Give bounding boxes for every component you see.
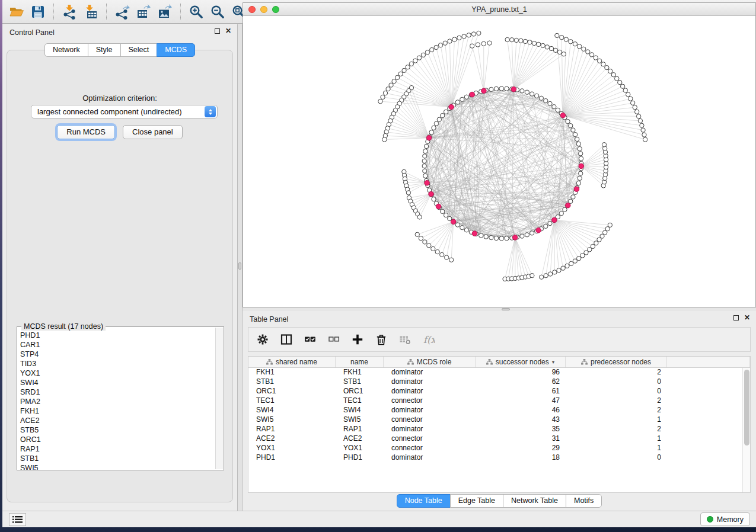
table-cell: SWI4: [336, 406, 384, 415]
table-row[interactable]: SWI5SWI5connector431: [248, 415, 750, 425]
table-panel: Table Panel ✕ f(x) shared namenameMCDS r…: [243, 311, 756, 511]
column-header-name[interactable]: name: [336, 357, 384, 367]
table-row[interactable]: TEC1TEC1connector472: [248, 396, 750, 406]
float-panel-icon[interactable]: [215, 28, 220, 34]
tab-edge-table[interactable]: Edge Table: [450, 494, 503, 508]
delete-table-button[interactable]: [398, 332, 412, 347]
select-all-button[interactable]: [303, 332, 317, 347]
close-panel-button[interactable]: Close panel: [123, 125, 183, 139]
mcds-result-item[interactable]: PMA2: [20, 397, 215, 406]
table-row[interactable]: YOX1YOX1connector291: [248, 444, 750, 453]
mcds-result-item[interactable]: FKH1: [20, 406, 215, 416]
save-button[interactable]: [27, 2, 49, 22]
table-row[interactable]: ORC1ORC1dominator610: [248, 387, 750, 396]
mcds-result-list: PHD1CAR1STP4TID3YOX1SWI4SRD1PMA2FKH1ACE2…: [17, 328, 215, 470]
column-header-MCDS-role[interactable]: MCDS role: [384, 357, 476, 367]
unselect-all-button[interactable]: [327, 332, 341, 347]
import-network-icon: [62, 4, 77, 20]
memory-label: Memory: [717, 515, 744, 524]
horizontal-splitter-grip[interactable]: [502, 308, 510, 310]
table-cell: SWI5: [248, 415, 336, 425]
mcds-result-item[interactable]: ORC1: [20, 435, 215, 444]
control-panel-header: Control Panel ✕: [2, 24, 237, 40]
columns-button[interactable]: [279, 332, 294, 347]
mcds-result-item[interactable]: ACE2: [20, 416, 215, 425]
tab-node-table[interactable]: Node Table: [397, 494, 451, 508]
optimization-criterion-label: Optimization criterion:: [7, 94, 232, 102]
table-row[interactable]: FKH1FKH1dominator962: [248, 368, 750, 377]
mcds-result-item[interactable]: YOX1: [20, 368, 215, 378]
table-row[interactable]: RAP1RAP1dominator352: [248, 425, 750, 434]
tab-select[interactable]: Select: [120, 43, 158, 57]
open-folder-button[interactable]: [6, 2, 27, 22]
float-table-panel-icon[interactable]: [733, 315, 739, 321]
tab-network-table[interactable]: Network Table: [503, 494, 566, 508]
optimization-criterion-select[interactable]: largest connected component (undirected): [31, 105, 218, 118]
table-cell: YOX1: [336, 444, 384, 453]
scrollbar-thumb[interactable]: [744, 370, 749, 446]
mcds-result-item[interactable]: PHD1: [20, 331, 215, 340]
table-cell: TEC1: [336, 396, 384, 406]
node-table-scrollbar[interactable]: [742, 368, 750, 492]
column-label: successor nodes: [496, 358, 549, 366]
mcds-result-item[interactable]: SWI5: [20, 463, 215, 470]
run-mcds-button[interactable]: Run MCDS: [57, 125, 115, 139]
add-button[interactable]: [350, 332, 365, 347]
column-header-shared-name[interactable]: shared name: [248, 357, 336, 367]
table-row[interactable]: PHD1PHD1dominator180: [248, 453, 750, 463]
sort-menu-icon[interactable]: ▾: [552, 359, 555, 365]
table-cell: PHD1: [248, 453, 336, 463]
table-cell: 2: [566, 425, 667, 434]
mcds-result-item[interactable]: SRD1: [20, 387, 215, 397]
mcds-result-item[interactable]: TID3: [20, 359, 215, 368]
tab-network[interactable]: Network: [44, 43, 88, 57]
close-panel-icon[interactable]: ✕: [225, 28, 231, 34]
column-label: shared name: [276, 358, 317, 366]
add-icon: [352, 334, 363, 345]
panel-menu-button[interactable]: [9, 513, 26, 526]
zoom-out-button[interactable]: [207, 2, 228, 22]
export-table-button[interactable]: [133, 2, 154, 22]
mcds-result-item[interactable]: CAR1: [20, 340, 215, 350]
mcds-result-scrollbar[interactable]: [215, 328, 223, 469]
vertical-splitter[interactable]: [237, 24, 243, 511]
table-panel-header: Table Panel ✕: [243, 311, 756, 326]
network-canvas[interactable]: [243, 16, 755, 307]
zoom-in-button[interactable]: [186, 2, 207, 22]
network-window-titlebar[interactable]: YPA_prune.txt_1: [243, 3, 755, 16]
column-header-successor-nodes[interactable]: successor nodes▾: [476, 357, 566, 367]
close-table-panel-icon[interactable]: ✕: [744, 315, 750, 321]
table-cell: 0: [566, 377, 667, 387]
delete-table-icon: [399, 334, 411, 345]
function-button[interactable]: f(x): [422, 332, 436, 347]
import-network-button[interactable]: [59, 2, 80, 22]
gear-button[interactable]: [256, 332, 270, 347]
tab-motifs[interactable]: Motifs: [566, 494, 602, 508]
mcds-result-item[interactable]: SWI4: [20, 378, 215, 387]
list-menu-icon: [12, 515, 23, 524]
table-row[interactable]: STB1STB1dominator620: [248, 377, 750, 387]
table-cell: 61: [476, 387, 566, 396]
table-cell: 43: [476, 415, 566, 425]
mcds-result-item[interactable]: STP4: [20, 350, 215, 359]
trash-button[interactable]: [374, 332, 388, 347]
mcds-result-item[interactable]: STB1: [20, 454, 215, 463]
memory-button[interactable]: Memory: [700, 512, 750, 526]
mcds-result-item[interactable]: RAP1: [20, 444, 215, 454]
export-image-button[interactable]: [154, 2, 176, 22]
column-header-predecessor-nodes[interactable]: predecessor nodes: [566, 357, 667, 367]
vertical-splitter-grip[interactable]: [238, 262, 241, 270]
table-row[interactable]: ACE2ACE2connector311: [248, 434, 750, 444]
tab-mcds[interactable]: MCDS: [157, 43, 195, 57]
mcds-tab-content: Optimization criterion: largest connecte…: [7, 50, 233, 502]
zoom-out-icon: [210, 4, 225, 20]
table-cell: 1: [566, 415, 667, 425]
control-panel-title: Control Panel: [9, 28, 55, 37]
tab-style[interactable]: Style: [88, 43, 121, 57]
column-namespace-icon: [266, 359, 273, 365]
mcds-result-item[interactable]: STB5: [20, 425, 215, 435]
export-network-button[interactable]: [111, 2, 133, 22]
table-row[interactable]: SWI4SWI4dominator462: [248, 406, 750, 415]
import-table-button[interactable]: [80, 2, 101, 22]
toolbar-separator: [53, 4, 54, 20]
